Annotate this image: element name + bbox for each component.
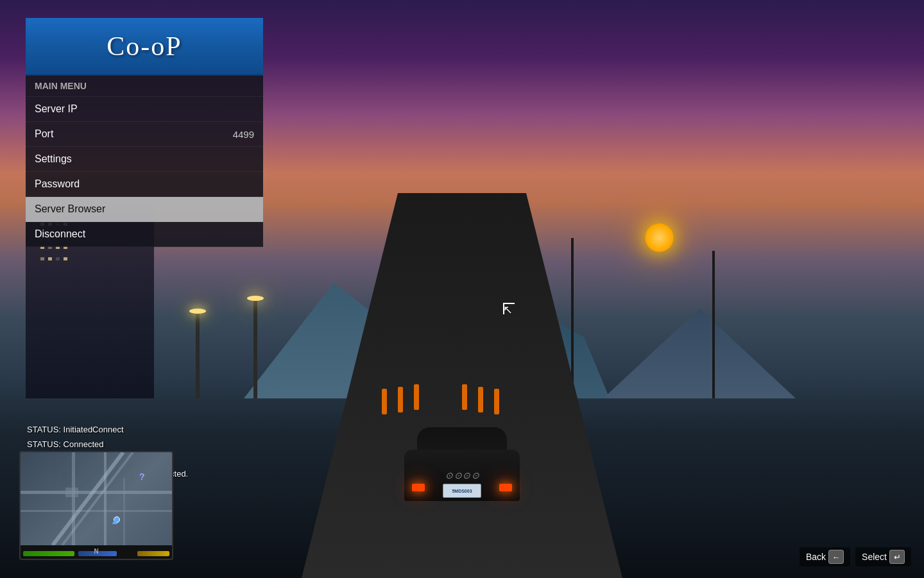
barrier-post-3 bbox=[414, 384, 419, 410]
svg-rect-7 bbox=[65, 488, 78, 497]
barrier-post-1 bbox=[382, 389, 387, 414]
mountain-right bbox=[603, 309, 796, 398]
menu-item-server-browser[interactable]: Server Browser bbox=[26, 197, 263, 222]
svg-line-5 bbox=[53, 452, 123, 545]
menu-item-password[interactable]: Password bbox=[26, 172, 263, 197]
svg-rect-1 bbox=[21, 510, 173, 512]
menu-item-server-ip[interactable]: Server IP bbox=[26, 97, 263, 122]
menu-header: Co-oP bbox=[26, 18, 263, 76]
svg-rect-4 bbox=[123, 478, 125, 545]
select-control[interactable]: Select ↵ bbox=[855, 547, 911, 566]
minimap-compass: N bbox=[94, 548, 98, 555]
menu-item-settings[interactable]: Settings bbox=[26, 147, 263, 172]
car-rear-light-right bbox=[499, 484, 512, 491]
minimap-question-icon: ? bbox=[139, 472, 145, 482]
bottom-controls: Back ← Select ↵ bbox=[800, 547, 911, 566]
svg-rect-3 bbox=[104, 452, 107, 545]
select-key: ↵ bbox=[889, 550, 905, 564]
barrier-post-2 bbox=[398, 387, 403, 412]
car-body: ⊙ ⊙ ⊙ ⊙ 5MDS003 bbox=[404, 450, 520, 501]
menu-section-header: MAIN MENU bbox=[26, 76, 263, 97]
back-key: ← bbox=[828, 550, 844, 564]
select-label: Select bbox=[862, 552, 887, 562]
menu-title: Co-oP bbox=[107, 31, 182, 62]
menu-item-port-label: Port bbox=[35, 128, 53, 140]
status-msg-1: STATUS: InitiatedConnect bbox=[27, 425, 188, 434]
minimap-special-bar bbox=[137, 551, 169, 556]
barrier-post-4 bbox=[462, 384, 467, 410]
car: ⊙ ⊙ ⊙ ⊙ 5MDS003 bbox=[398, 418, 526, 501]
minimap-roads-svg bbox=[21, 452, 173, 545]
menu-item-server-browser-label: Server Browser bbox=[35, 203, 105, 215]
menu-items: MAIN MENU Server IP Port 4499 Settings P… bbox=[26, 76, 263, 247]
menu-panel: Co-oP MAIN MENU Server IP Port 4499 Sett… bbox=[26, 18, 263, 247]
menu-item-settings-label: Settings bbox=[35, 153, 72, 165]
minimap: ▲ ? ⌂ ② N bbox=[19, 451, 173, 560]
minimap-health-bar bbox=[23, 551, 74, 556]
back-label: Back bbox=[806, 552, 826, 562]
menu-item-server-ip-label: Server IP bbox=[35, 103, 78, 115]
barrier-post-6 bbox=[494, 389, 499, 414]
menu-item-disconnect[interactable]: Disconnect bbox=[26, 222, 263, 247]
svg-rect-0 bbox=[21, 491, 173, 494]
status-msg-2: STATUS: Connected bbox=[27, 439, 188, 449]
license-plate: 5MDS003 bbox=[443, 484, 481, 498]
menu-item-password-label: Password bbox=[35, 178, 80, 190]
moon bbox=[645, 223, 674, 252]
car-rear-light-left bbox=[412, 484, 425, 491]
back-control[interactable]: Back ← bbox=[800, 547, 850, 566]
powerline-2 bbox=[712, 251, 715, 398]
minimap-content: ▲ ? ⌂ ② bbox=[21, 452, 172, 545]
menu-item-port-value: 4499 bbox=[233, 129, 254, 140]
minimap-player-arrow: ▲ bbox=[110, 516, 119, 526]
street-light-1 bbox=[253, 296, 257, 398]
car-logo: ⊙ ⊙ ⊙ ⊙ bbox=[445, 470, 479, 480]
menu-item-disconnect-label: Disconnect bbox=[35, 228, 85, 240]
street-light-2 bbox=[196, 309, 200, 398]
barrier-post-5 bbox=[478, 387, 483, 412]
menu-item-port[interactable]: Port 4499 bbox=[26, 122, 263, 147]
